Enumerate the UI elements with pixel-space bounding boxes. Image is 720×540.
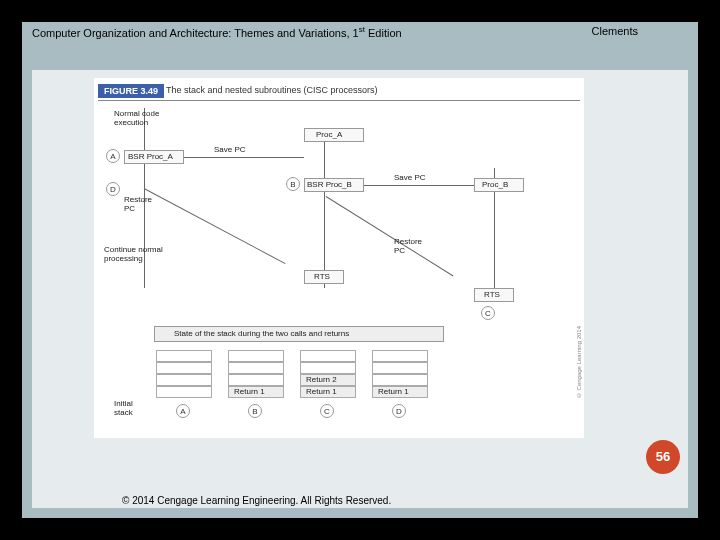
marker-b-top: B — [286, 177, 300, 191]
stackC-2 — [300, 362, 356, 374]
stackC-ret2: Return 2 — [306, 376, 337, 385]
bsr-b-text: BSR Proc_B — [307, 181, 352, 190]
normal-code-label: Normal code execution — [114, 110, 159, 128]
continue-label: Continue normal processing — [104, 246, 163, 264]
restore-pc-2: Restore PC — [394, 238, 422, 256]
book-title-pre: Computer Organization and Architecture: … — [32, 27, 359, 39]
stackA-2 — [156, 362, 212, 374]
stackD-ret1: Return 1 — [378, 388, 409, 397]
marker-c-top: C — [481, 306, 495, 320]
rts-b-text: RTS — [484, 291, 500, 300]
marker-b-bottom: B — [248, 404, 262, 418]
slide-header: Computer Organization and Architecture: … — [22, 22, 698, 39]
stackC-1 — [300, 350, 356, 362]
stack-header-text: State of the stack during the two calls … — [174, 330, 349, 339]
figure-rule — [98, 100, 580, 101]
stackB-3 — [228, 374, 284, 386]
marker-d-bottom: D — [392, 404, 406, 418]
save-pc-2: Save PC — [394, 174, 426, 183]
stackA-4 — [156, 386, 212, 398]
stackB-ret1: Return 1 — [234, 388, 265, 397]
a-to-proca-line — [184, 157, 304, 158]
stackD-2 — [372, 362, 428, 374]
stackD-3 — [372, 374, 428, 386]
col2-line — [324, 128, 325, 288]
rts-to-b-line — [326, 196, 454, 276]
marker-c-bottom: C — [320, 404, 334, 418]
save-pc-1: Save PC — [214, 146, 246, 155]
restore-pc-1: Restore PC — [124, 196, 152, 214]
proc-a-text: Proc_A — [316, 131, 342, 140]
initial-stack-label: Initial stack — [114, 400, 133, 418]
proc-b-text: Proc_B — [482, 181, 508, 190]
stackB-2 — [228, 362, 284, 374]
figure-label: FIGURE 3.49 — [98, 84, 164, 98]
stackA-3 — [156, 374, 212, 386]
book-title-post: Edition — [365, 27, 402, 39]
author-name: Clements — [592, 25, 638, 37]
bsr-a-text: BSR Proc_A — [128, 153, 173, 162]
stackA-1 — [156, 350, 212, 362]
slide-frame: Computer Organization and Architecture: … — [22, 22, 698, 518]
figure-container: FIGURE 3.49 The stack and nested subrout… — [94, 78, 584, 438]
copyright-footer: © 2014 Cengage Learning Engineering. All… — [122, 495, 391, 506]
rts-a-text: RTS — [314, 273, 330, 282]
marker-a-bottom: A — [176, 404, 190, 418]
stackC-ret1: Return 1 — [306, 388, 337, 397]
b-to-procb-line — [364, 185, 474, 186]
stackD-1 — [372, 350, 428, 362]
figure-caption: The stack and nested subroutines (CISC p… — [166, 85, 378, 95]
rts-to-d-line — [144, 188, 286, 264]
page-number-badge: 56 — [646, 440, 680, 474]
stackB-1 — [228, 350, 284, 362]
marker-a-top: A — [106, 149, 120, 163]
marker-d-top: D — [106, 182, 120, 196]
figure-credit: © Cengage Learning 2014 — [576, 326, 582, 398]
